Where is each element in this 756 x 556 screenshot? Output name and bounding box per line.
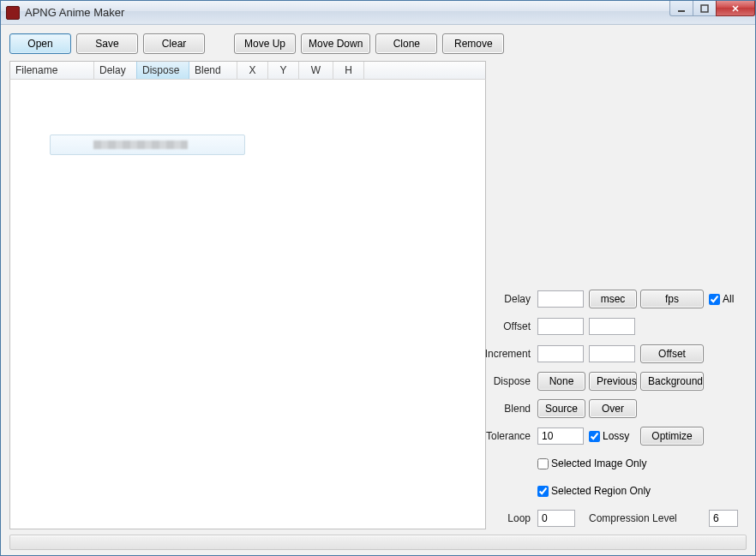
clone-button[interactable]: Clone: [375, 33, 437, 54]
blend-over-button[interactable]: Over: [589, 399, 637, 418]
offset-x-input[interactable]: [537, 318, 584, 335]
frames-list-body[interactable]: [9, 80, 486, 529]
selected-region-only-checkbox[interactable]: [537, 486, 549, 497]
column-delay[interactable]: Delay: [94, 62, 137, 79]
frames-list: Filename Delay Dispose Blend X Y W H: [9, 61, 486, 529]
dispose-previous-button[interactable]: Previous: [589, 372, 637, 391]
list-item[interactable]: [50, 135, 245, 155]
frames-list-header: Filename Delay Dispose Blend X Y W H: [9, 61, 486, 80]
selected-image-only-label: Selected Image Only: [551, 457, 646, 469]
status-bar: [9, 535, 747, 550]
minimize-button[interactable]: [669, 1, 693, 16]
column-filename[interactable]: Filename: [10, 62, 94, 79]
all-checkbox[interactable]: [709, 294, 720, 305]
lossy-checkbox[interactable]: [589, 431, 600, 442]
selected-region-only-label: Selected Region Only: [551, 485, 651, 497]
app-icon: [6, 6, 20, 20]
increment-y-input[interactable]: [589, 345, 635, 362]
dispose-label: Dispose: [484, 375, 532, 387]
tolerance-input[interactable]: [537, 427, 584, 445]
blend-source-button[interactable]: Source: [537, 399, 585, 418]
loop-input[interactable]: [537, 510, 575, 527]
toolbar: Open Save Clear Move Up Move Down Clone …: [9, 33, 747, 54]
title-bar[interactable]: APNG Anime Maker: [1, 1, 755, 25]
maximize-button[interactable]: [693, 1, 717, 16]
window-title: APNG Anime Maker: [25, 6, 670, 19]
lossy-label: Lossy: [603, 430, 629, 442]
column-w[interactable]: W: [299, 62, 333, 79]
close-button[interactable]: [716, 1, 755, 16]
dispose-none-button[interactable]: None: [537, 372, 585, 391]
column-spacer: [364, 62, 485, 79]
lossy-checkbox-wrap[interactable]: Lossy: [589, 430, 635, 442]
msec-button[interactable]: msec: [589, 290, 637, 308]
compression-level-input[interactable]: [709, 510, 738, 527]
compression-level-label: Compression Level: [589, 512, 704, 524]
offset-button[interactable]: Offset: [640, 344, 704, 363]
remove-button[interactable]: Remove: [442, 33, 504, 54]
move-down-button[interactable]: Move Down: [301, 33, 370, 54]
blend-label: Blend: [484, 403, 532, 415]
move-up-button[interactable]: Move Up: [234, 33, 296, 54]
column-x[interactable]: X: [237, 62, 268, 79]
svg-rect-1: [701, 5, 708, 12]
app-window: APNG Anime Maker Open Save Clear Move Up…: [0, 0, 756, 556]
column-h[interactable]: H: [333, 62, 364, 79]
optimize-button[interactable]: Optimize: [640, 427, 704, 445]
selected-image-only-wrap[interactable]: Selected Image Only: [537, 456, 740, 471]
loop-label: Loop: [484, 512, 532, 524]
client-area: Open Save Clear Move Up Move Down Clone …: [1, 25, 755, 555]
tolerance-label: Tolerance: [484, 430, 532, 442]
svg-rect-0: [678, 10, 685, 12]
clear-button[interactable]: Clear: [143, 33, 205, 54]
all-label: All: [723, 293, 734, 305]
selected-image-only-checkbox[interactable]: [537, 458, 549, 469]
increment-label: Increment: [484, 348, 532, 360]
offset-y-input[interactable]: [589, 318, 635, 335]
offset-label: Offset: [484, 320, 532, 332]
delay-input[interactable]: [537, 290, 584, 308]
open-button[interactable]: Open: [9, 33, 71, 54]
dispose-background-button[interactable]: Background: [640, 372, 704, 391]
increment-x-input[interactable]: [537, 345, 584, 362]
column-dispose[interactable]: Dispose: [136, 62, 189, 79]
delay-label: Delay: [484, 293, 532, 305]
fps-button[interactable]: fps: [640, 290, 704, 308]
side-panel: Delay msec fps All Offset Increment: [486, 61, 747, 529]
all-checkbox-wrap[interactable]: All: [709, 293, 740, 305]
column-y[interactable]: Y: [268, 62, 299, 79]
selected-region-only-wrap[interactable]: Selected Region Only: [537, 483, 740, 499]
column-blend[interactable]: Blend: [189, 62, 237, 79]
save-button[interactable]: Save: [76, 33, 138, 54]
